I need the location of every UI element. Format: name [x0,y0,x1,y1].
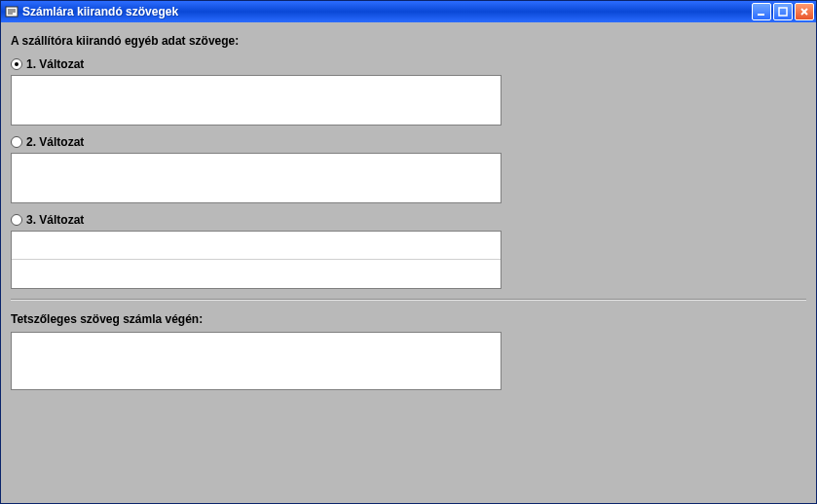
variant-1-row: 1. Változat [11,57,806,71]
divider-line-icon [12,259,501,260]
window-controls [752,3,814,20]
footer-textarea[interactable] [11,332,501,390]
maximize-button[interactable] [773,3,793,20]
variant-2-textarea[interactable] [11,153,501,203]
variant-3-row: 3. Változat [11,213,806,227]
variant-1-textarea[interactable] [11,75,501,126]
window-title: Számlára kiirandó szövegek [22,5,752,18]
variant-3-label: 3. Változat [26,213,84,227]
footer-section-label: Tetszőleges szöveg számla végén: [11,312,806,326]
variant-3-textarea[interactable] [11,231,501,289]
svg-rect-5 [779,8,787,16]
minimize-button[interactable] [752,3,771,20]
variant-2-label: 2. Változat [26,135,84,149]
client-area: A szállítóra kiirandó egyéb adat szövege… [1,22,816,503]
titlebar[interactable]: Számlára kiirandó szövegek [1,1,816,22]
variant-1-radio[interactable] [11,58,22,70]
variant-2-radio[interactable] [11,136,22,148]
variant-1-label: 1. Változat [26,57,84,71]
dialog-window: Számlára kiirandó szövegek A szállítóra … [0,0,817,504]
variant-3-group [11,231,806,289]
svg-rect-4 [758,14,764,16]
variant-3-radio[interactable] [11,214,22,226]
section-divider [11,299,806,301]
app-icon [5,5,19,18]
variant-2-row: 2. Változat [11,135,806,149]
close-button[interactable] [795,3,814,20]
section-header-label: A szállítóra kiirandó egyéb adat szövege… [11,34,806,48]
